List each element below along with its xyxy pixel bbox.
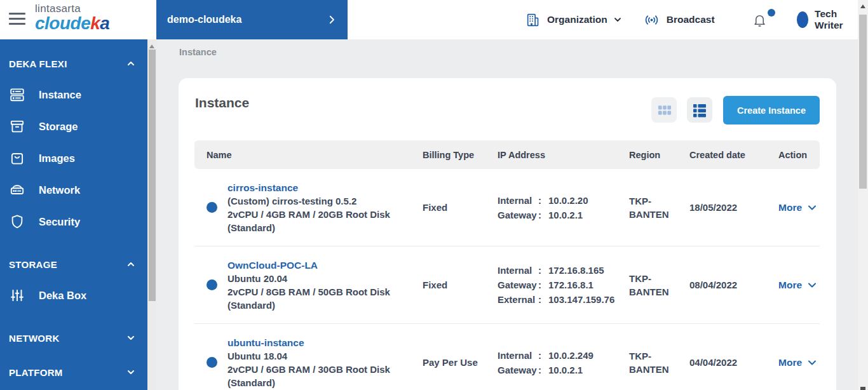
top-bar: lintasarta cloudeka demo-cloudeka Organi… (0, 0, 868, 39)
sidebar-item-security[interactable]: Security (0, 206, 147, 238)
ip-line: Gateway:10.0.2.1 (498, 363, 629, 377)
col-header-created-date: Created date (689, 150, 778, 160)
chevron-down-icon (126, 333, 136, 343)
organization-menu[interactable]: Organization (525, 12, 623, 28)
create-instance-button[interactable]: Create Instance (723, 96, 820, 124)
sidebar-item-deka-box[interactable]: Deka Box (0, 279, 147, 311)
avatar (797, 11, 809, 28)
ip-label: Internal (498, 193, 538, 208)
sidebar-item-label: Storage (39, 121, 78, 133)
ip-value: 172.16.8.165 (548, 263, 604, 278)
sidebar-section: STORAGEDeka Box (0, 257, 147, 311)
sidebar: DEKA FLEXIInstanceStorageImagesNetworkSe… (0, 39, 147, 390)
created-date: 18/05/2022 (689, 202, 778, 213)
ip-address-list: Internal:10.0.2.249Gateway:10.0.2.1 (498, 348, 629, 377)
project-selector[interactable]: demo-cloudeka (156, 0, 348, 39)
ip-line: Gateway:172.16.8.1 (498, 278, 629, 292)
ip-line: External:103.147.159.76 (498, 292, 629, 307)
window-scrollbar[interactable] (858, 0, 868, 390)
billing-type: Fixed (423, 202, 498, 213)
notification-dot (768, 9, 775, 17)
sidebar-item-label: Deka Box (39, 290, 86, 302)
images-bag-icon (9, 150, 25, 166)
scroll-down-arrow-icon[interactable] (860, 387, 865, 390)
status-dot (207, 357, 217, 368)
instance-name-link[interactable]: cirros-instance (227, 181, 390, 194)
billing-type: Pay Per Use (423, 357, 498, 368)
logo[interactable]: lintasarta cloudeka (35, 3, 109, 32)
sidebar-scrollbar-thumb[interactable] (149, 50, 156, 301)
col-header-action: Action (778, 150, 820, 160)
ip-colon: : (538, 363, 548, 377)
chevron-up-icon (126, 58, 136, 69)
status-dot (207, 202, 217, 213)
ip-label: Gateway (498, 278, 538, 292)
chevron-right-icon (326, 14, 337, 25)
instance-name-link[interactable]: OwnCloud-POC-LA (227, 259, 390, 272)
sidebar-item-label: Instance (39, 89, 81, 101)
logo-company-text: lintasarta (35, 3, 109, 14)
billing-type: Fixed (423, 279, 498, 290)
ip-colon: : (538, 208, 548, 222)
window-scrollbar-thumb[interactable] (859, 15, 867, 189)
sidebar-item-images[interactable]: Images (0, 142, 147, 174)
instance-spec-line: 2vCPU / 6GB RAM / 30GB Root Disk (227, 363, 390, 376)
user-name: Tech Writer (815, 8, 853, 31)
sidebar-item-storage[interactable]: Storage (0, 111, 147, 142)
ip-value: 10.0.2.1 (548, 208, 583, 222)
ip-line: Internal:172.16.8.165 (498, 263, 629, 278)
sidebar-section-label: STORAGE (9, 259, 57, 270)
instance-spec-line: (Standard) (227, 376, 390, 389)
server-icon (9, 86, 25, 103)
sidebar-section: PLATFORM (0, 365, 147, 380)
action-cell: More (778, 279, 820, 291)
created-date: 08/04/2022 (689, 279, 778, 290)
sidebar-scrollbar[interactable] (147, 39, 157, 390)
scroll-up-arrow-icon[interactable] (860, 4, 865, 8)
ip-value: 103.147.159.76 (548, 292, 614, 307)
sidebar-item-label: Network (39, 184, 80, 196)
name-cell: ubuntu-instance Ubuntu 18.042vCPU / 6GB … (194, 336, 423, 389)
broadcast-menu[interactable]: Broadcast (643, 11, 715, 29)
sidebar-item-instance[interactable]: Instance (0, 79, 147, 111)
sidebar-items: Deka Box (0, 279, 147, 311)
sidebar-items: InstanceStorageImagesNetworkSecurity (0, 79, 147, 238)
more-button[interactable]: More (778, 357, 817, 368)
sidebar-section-header-platform[interactable]: PLATFORM (0, 365, 147, 380)
sidebar-section-header-network[interactable]: NETWORK (0, 330, 147, 346)
project-name: demo-cloudeka (167, 14, 241, 25)
ip-label: Internal (498, 348, 538, 363)
breadcrumb: Instance (179, 47, 217, 57)
menu-icon[interactable] (9, 13, 25, 27)
more-button[interactable]: More (778, 279, 817, 291)
col-header-billing-type: Billing Type (423, 150, 498, 160)
action-cell: More (778, 202, 820, 213)
instance-name-block: OwnCloud-POC-LA Ubuntu 20.042vCPU / 8GB … (227, 259, 390, 312)
sidebar-section-label: PLATFORM (9, 367, 63, 378)
list-view-button[interactable] (687, 97, 712, 123)
chevron-down-icon (807, 281, 817, 290)
more-button[interactable]: More (778, 202, 817, 213)
ip-value: 10.0.2.20 (548, 193, 588, 208)
instance-name-link[interactable]: ubuntu-instance (227, 336, 390, 349)
ip-label: Gateway (498, 363, 538, 377)
more-label: More (778, 202, 802, 213)
instance-spec-line: (Standard) (227, 299, 390, 312)
sidebar-item-network[interactable]: Network (0, 174, 147, 206)
ip-label: Internal (498, 263, 538, 278)
col-header-region: Region (629, 150, 689, 160)
notifications-button[interactable] (752, 12, 768, 28)
topbar-actions: Organization Broadcast (525, 0, 868, 39)
sidebar-item-label: Security (39, 216, 80, 228)
scroll-up-arrow-icon[interactable] (149, 44, 154, 48)
grid-view-button[interactable] (651, 97, 677, 123)
sidebar-section-header-deka-flexi[interactable]: DEKA FLEXI (0, 56, 147, 71)
bell-icon (752, 12, 768, 28)
more-label: More (778, 279, 802, 291)
table-header: Name Billing Type IP Address Region Crea… (194, 140, 820, 169)
sidebar-section: DEKA FLEXIInstanceStorageImagesNetworkSe… (0, 56, 147, 238)
ip-label: Gateway (498, 208, 538, 222)
action-cell: More (778, 357, 820, 368)
sidebar-section-header-storage[interactable]: STORAGE (0, 257, 147, 272)
instance-spec-line: 2vCPU / 8GB RAM / 50GB Root Disk (227, 285, 390, 299)
